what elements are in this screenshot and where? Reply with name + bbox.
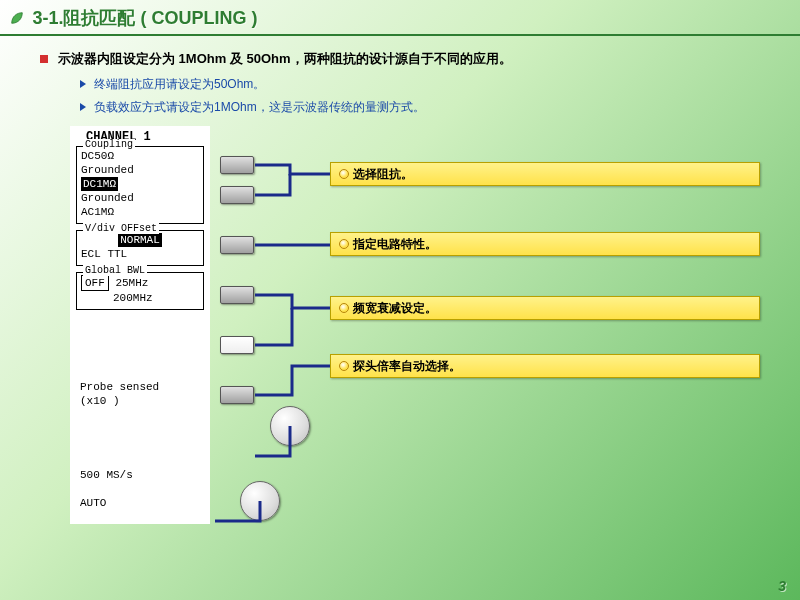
rotary-knob[interactable] (270, 406, 310, 446)
desc-bar-bandwidth: 频宽衰减设定。 (330, 296, 760, 320)
bwl-line2: 200MHz (81, 291, 199, 305)
coupling-group: Coupling DC50Ω Grounded DC1MΩ Grounded A… (76, 146, 204, 224)
rotary-knob[interactable] (240, 481, 280, 521)
bar-text: 指定电路特性。 (353, 236, 437, 253)
dot-icon (339, 169, 349, 179)
softkey-button[interactable] (220, 236, 254, 254)
dot-icon (339, 361, 349, 371)
coupling-opt: Grounded (81, 191, 199, 205)
main-bullet-text: 示波器内阻设定分为 1MOhm 及 50Ohm，两种阻抗的设计源自于不同的应用。 (58, 50, 512, 68)
coupling-opt: AC1MΩ (81, 205, 199, 219)
content-area: 示波器内阻设定分为 1MOhm 及 50Ohm，两种阻抗的设计源自于不同的应用。… (0, 36, 800, 556)
vdiv-normal: NORMAL (81, 233, 199, 247)
bwl-group: Global BWL OFF 25MHz 200MHz (76, 272, 204, 310)
sub-bullet-1: 终端阻抗应用请设定为50Ohm。 (80, 76, 780, 93)
sub-bullet-text: 负载效应方式请设定为1MOhm，这是示波器传统的量测方式。 (94, 99, 425, 116)
page-number: 3 (778, 578, 786, 594)
coupling-opt-selected: DC1MΩ (81, 177, 199, 191)
rate-label: 500 MS/s (80, 468, 210, 482)
bwl-line1: OFF 25MHz (81, 275, 199, 291)
vdiv-label: V/div OFFset (83, 223, 159, 234)
desc-bar-impedance: 选择阻抗。 (330, 162, 760, 186)
sub-bullet-2: 负载效应方式请设定为1MOhm，这是示波器传统的量测方式。 (80, 99, 780, 116)
coupling-label: Coupling (83, 139, 135, 150)
softkey-button[interactable] (220, 386, 254, 404)
bar-text: 选择阻抗。 (353, 166, 413, 183)
bar-text: 频宽衰减设定。 (353, 300, 437, 317)
leaf-icon (10, 11, 24, 25)
page-title: 3-1.阻抗匹配 ( COUPLING ) (32, 8, 257, 28)
bar-text: 探头倍率自动选择。 (353, 358, 461, 375)
softkey-button[interactable] (220, 156, 254, 174)
coupling-opt: DC50Ω (81, 149, 199, 163)
softkey-button[interactable] (220, 336, 254, 354)
softkey-button[interactable] (220, 286, 254, 304)
oscilloscope-panel: CHANNEL 1 Coupling DC50Ω Grounded DC1MΩ … (70, 126, 210, 524)
main-bullet: 示波器内阻设定分为 1MOhm 及 50Ohm，两种阻抗的设计源自于不同的应用。 (40, 50, 780, 68)
probe-label-2: (x10 ) (80, 394, 210, 408)
desc-bar-probe: 探头倍率自动选择。 (330, 354, 760, 378)
arrow-bullet-icon (80, 103, 86, 111)
mode-label: AUTO (80, 496, 210, 510)
diagram-area: CHANNEL 1 Coupling DC50Ω Grounded DC1MΩ … (40, 126, 780, 546)
dot-icon (339, 239, 349, 249)
desc-bar-circuit: 指定电路特性。 (330, 232, 760, 256)
arrow-bullet-icon (80, 80, 86, 88)
bwl-label: Global BWL (83, 265, 147, 276)
vdiv-group: V/div OFFset NORMAL ECL TTL (76, 230, 204, 266)
panel-lower: Probe sensed (x10 ) 500 MS/s AUTO (70, 350, 210, 510)
sub-bullet-text: 终端阻抗应用请设定为50Ohm。 (94, 76, 265, 93)
dot-icon (339, 303, 349, 313)
softkey-button[interactable] (220, 186, 254, 204)
coupling-opt: Grounded (81, 163, 199, 177)
vdiv-items: ECL TTL (81, 247, 199, 261)
probe-label-1: Probe sensed (80, 380, 210, 394)
title-bar: 3-1.阻抗匹配 ( COUPLING ) (0, 0, 800, 36)
square-bullet-icon (40, 55, 48, 63)
